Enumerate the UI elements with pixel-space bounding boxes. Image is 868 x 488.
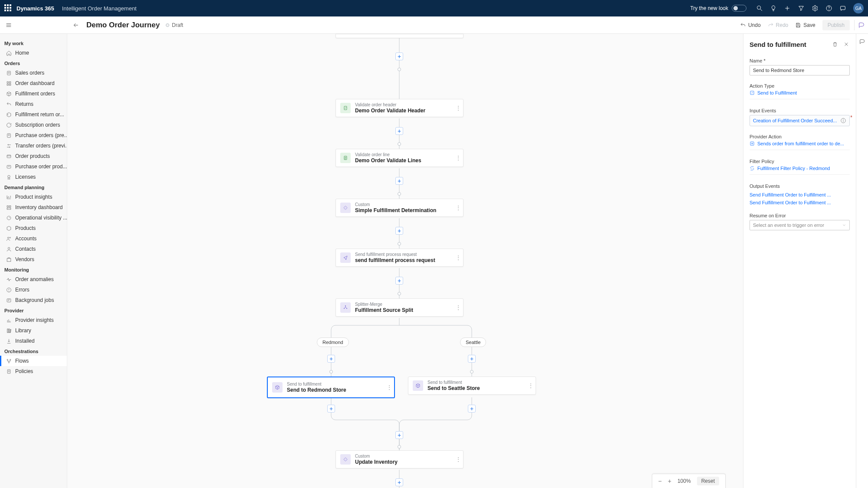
save-button[interactable]: Save	[795, 22, 815, 28]
nav-item-purchase-orders[interactable]: Purchase orders (pre...	[0, 130, 67, 141]
nav-item-purchase-order-prod[interactable]: Purchase order prod...	[0, 161, 67, 172]
node-menu-icon[interactable]: ⋮	[455, 154, 463, 161]
filter-policy-link[interactable]: Fulfillment Filter Policy - Redmond	[750, 166, 850, 171]
provider-action-link[interactable]: Sends order from fulfillment order to de…	[750, 141, 850, 146]
nav-item-vendors[interactable]: Vendors	[0, 254, 67, 265]
user-avatar[interactable]: GA	[853, 3, 864, 13]
flow-node-simple-fulfillment[interactable]: CustomSimple Fulfillment Determination ⋮	[335, 199, 464, 217]
chat-icon[interactable]	[838, 3, 848, 13]
undo-label: Undo	[748, 22, 761, 28]
nav-item-flows[interactable]: Flows	[0, 356, 67, 366]
flow-node-validate-header[interactable]: Validate order headerDemo Order Validate…	[335, 99, 464, 117]
nav-item-background-jobs[interactable]: Background jobs	[0, 295, 67, 305]
resume-select[interactable]: Select an event to trigger on error	[750, 220, 850, 230]
nav-item-inventory-dashboard[interactable]: Inventory dashboard	[0, 202, 67, 213]
nav-item-subscription-orders[interactable]: Subscription orders	[0, 120, 67, 130]
try-new-look-toggle[interactable]	[732, 5, 746, 12]
node-menu-icon[interactable]: ⋮	[455, 204, 463, 211]
node-menu-icon[interactable]: ⋮	[455, 105, 463, 111]
plus-icon[interactable]	[783, 3, 792, 13]
node-menu-icon[interactable]: ⋮	[386, 384, 394, 391]
nav-item-transfer-orders[interactable]: Transfer orders (previ...	[0, 141, 67, 151]
flow-node-validate-lines[interactable]: Validate order lineDemo Order Validate L…	[335, 149, 464, 167]
node-menu-icon[interactable]: ⋮	[455, 254, 463, 261]
connector-port-icon[interactable]	[329, 370, 333, 373]
connector-port-icon[interactable]	[398, 445, 401, 449]
nav-item-sales-orders[interactable]: Sales orders	[0, 68, 67, 78]
close-icon[interactable]	[842, 40, 851, 49]
add-step-icon[interactable]: +	[395, 177, 403, 185]
nav-item-order-products[interactable]: Order products	[0, 151, 67, 161]
action-type-link[interactable]: Send to Fulfillment	[750, 90, 850, 95]
nav-item-accounts[interactable]: Accounts	[0, 233, 67, 244]
add-step-icon[interactable]: +	[395, 52, 403, 60]
nav-item-operational-visibility[interactable]: Operational visibility ...	[0, 213, 67, 223]
output-event-1[interactable]: Send Fulfillment Order to Fulfillment ..…	[750, 192, 850, 197]
nav-item-contacts[interactable]: Contacts	[0, 244, 67, 254]
node-menu-icon[interactable]: ⋮	[455, 304, 463, 311]
info-icon[interactable]	[840, 118, 846, 124]
delete-icon[interactable]	[831, 40, 839, 49]
flow-node-send-fulfillment-request[interactable]: Send fulfillment process requestsend ful…	[335, 249, 464, 267]
nav-item-fulfillment-orders[interactable]: Fulfillment orders	[0, 88, 67, 99]
add-step-icon[interactable]: +	[395, 431, 403, 439]
zoom-out-button[interactable]: −	[658, 478, 662, 485]
add-step-icon[interactable]: +	[395, 127, 403, 135]
flow-node-update-inventory[interactable]: CustomUpdate Inventory ⋮	[335, 450, 464, 468]
svg-rect-17	[7, 84, 8, 85]
copilot-icon[interactable]	[854, 20, 868, 30]
lightbulb-icon[interactable]	[769, 3, 778, 13]
add-step-icon[interactable]: +	[468, 405, 476, 413]
add-step-icon[interactable]: +	[395, 478, 403, 486]
copilot-edge-icon[interactable]	[856, 34, 868, 488]
flow-node-send-redmond[interactable]: Send to fulfillmentSend to Redmond Store…	[267, 377, 395, 398]
connector-port-icon[interactable]	[398, 68, 401, 71]
help-icon[interactable]	[824, 3, 834, 13]
undo-button[interactable]: Undo	[740, 22, 761, 28]
provider-action-value: Sends order from fulfillment order to de…	[757, 141, 844, 146]
zoom-reset-button[interactable]: Reset	[697, 477, 719, 485]
flow-node-send-seattle[interactable]: Send to fulfillmentSend to Seattle Store…	[408, 377, 536, 395]
zoom-in-button[interactable]: +	[668, 478, 671, 485]
nav-item-order-dashboard[interactable]: Order dashboard	[0, 78, 67, 88]
add-step-icon[interactable]: +	[395, 277, 403, 285]
node-menu-icon[interactable]: ⋮	[455, 456, 463, 463]
branch-pill-seattle[interactable]: Seattle	[460, 337, 486, 347]
add-step-icon[interactable]: +	[468, 355, 476, 363]
nav-item-licenses[interactable]: Licenses	[0, 172, 67, 182]
nav-item-library[interactable]: Library	[0, 325, 67, 336]
nav-item-errors[interactable]: Errors	[0, 285, 67, 295]
nav-item-products[interactable]: Products	[0, 223, 67, 233]
flow-node-partial[interactable]	[335, 34, 464, 38]
flow-node-splitter[interactable]: Splitter-MergeFulfillment Source Split ⋮	[335, 298, 464, 317]
app-launcher-icon[interactable]	[4, 4, 12, 12]
back-icon[interactable]	[67, 22, 85, 29]
connector-port-icon[interactable]	[470, 370, 473, 373]
name-input[interactable]	[750, 65, 850, 75]
output-event-2[interactable]: Send Fulfillment Order to Fulfillment ..…	[750, 200, 850, 205]
filter-icon[interactable]	[796, 3, 806, 13]
nav-item-installed[interactable]: Installed	[0, 336, 67, 346]
nav-item-home[interactable]: Home	[0, 48, 67, 58]
branch-pill-redmond[interactable]: Redmond	[317, 337, 349, 347]
connector-port-icon[interactable]	[398, 142, 401, 146]
nav-item-policies[interactable]: Policies	[0, 366, 67, 377]
connector-port-icon[interactable]	[398, 242, 401, 246]
connector-port-icon[interactable]	[398, 192, 401, 196]
add-step-icon[interactable]: +	[327, 355, 335, 363]
settings-icon[interactable]	[810, 3, 820, 13]
nav-collapse-icon[interactable]	[0, 22, 17, 29]
add-step-icon[interactable]: +	[327, 405, 335, 413]
nav-item-product-insights[interactable]: Product insights	[0, 192, 67, 202]
connector-port-icon[interactable]	[398, 292, 401, 295]
nav-item-provider-insights[interactable]: Provider insights	[0, 315, 67, 325]
add-step-icon[interactable]: +	[395, 227, 403, 235]
nav-item-fulfillment-return[interactable]: Fulfillment return or...	[0, 109, 67, 120]
flow-canvas[interactable]: + Validate order headerDemo Order Valida…	[67, 34, 743, 488]
nav-item-order-anomalies[interactable]: Order anomalies	[0, 274, 67, 285]
input-event-chip[interactable]: Creation of Fulfillment Order Succeed...…	[750, 115, 850, 126]
node-menu-icon[interactable]: ⋮	[528, 382, 536, 389]
nav-label: Licenses	[15, 174, 36, 180]
search-icon[interactable]	[755, 3, 764, 13]
nav-item-returns[interactable]: Returns	[0, 99, 67, 109]
